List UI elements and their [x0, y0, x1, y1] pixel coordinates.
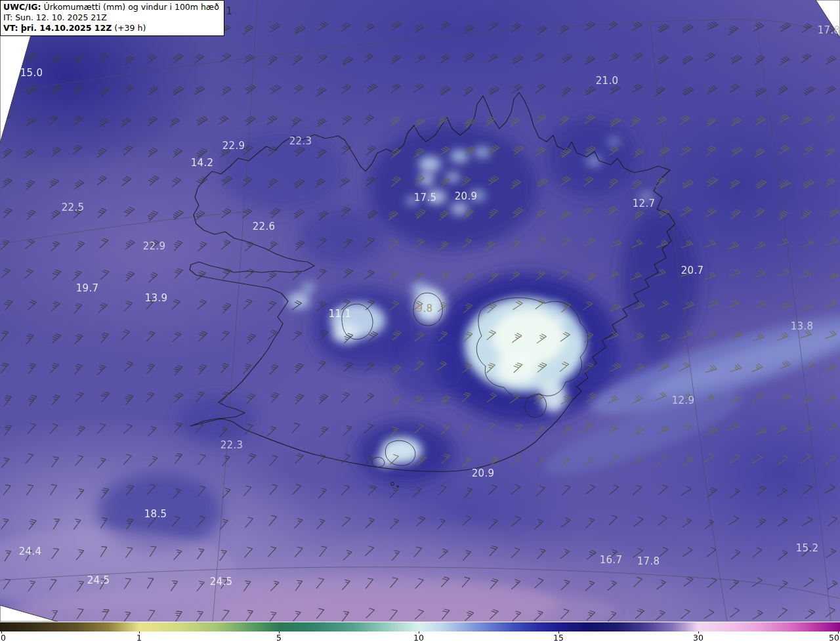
valid-time-offset: (+39 h): [112, 23, 146, 33]
value-label: 15.0: [20, 67, 43, 79]
value-label: 17.8: [818, 24, 840, 36]
value-label: 13.8: [791, 320, 814, 332]
value-label: 24.4: [19, 546, 42, 557]
value-label: 22.6: [253, 221, 276, 232]
weather-forecast-screenshot: 16.117.815.021.022.922.314.217.520.912.7…: [0, 0, 840, 642]
value-label: 20.9: [455, 190, 478, 202]
value-label: 11.1: [329, 308, 352, 320]
value-label: 19.7: [76, 282, 99, 294]
value-label: 17.5: [414, 192, 437, 203]
precipitation-wind-map: 16.117.815.021.022.922.314.217.520.912.7…: [0, 0, 840, 622]
colorbar-tick-label: 0: [1, 633, 6, 642]
colorbar-tick-label: 1: [136, 633, 142, 642]
value-label: 13.9: [145, 292, 168, 304]
value-label: 22.3: [220, 439, 243, 451]
colorbar: 01510153050: [0, 622, 840, 642]
value-label: 20.7: [681, 265, 704, 276]
colorbar-tick-label: 10: [413, 633, 424, 642]
value-label: 15.2: [796, 542, 819, 554]
value-label: 18.5: [144, 508, 167, 520]
value-label: 22.9: [143, 240, 166, 252]
colorbar-tick-label: 15: [553, 633, 564, 642]
value-label: 14.2: [191, 157, 214, 169]
value-label: 22.3: [289, 135, 312, 147]
valid-time: VT: þri. 14.10.2025 12Z: [3, 23, 112, 33]
value-label: 20.9: [472, 467, 495, 479]
colorbar-tick-label: 30: [693, 633, 704, 642]
value-label: 12.7: [633, 198, 656, 209]
colorbar-tick-label: 50: [829, 633, 839, 642]
forecast-title-box: UWC/IG: Úrkomumætti (mm) og vindur i 100…: [0, 0, 224, 36]
init-time-line: IT: Sun. 12. 10. 2025 21Z: [3, 12, 219, 23]
value-label: 22.9: [222, 140, 245, 152]
value-label: 12.9: [672, 395, 695, 406]
colorbar-tick-label: 5: [276, 633, 282, 642]
product-line: UWC/IG: Úrkomumætti (mm) og vindur i 100…: [3, 2, 219, 12]
value-label: 16.7: [600, 554, 623, 566]
value-label: 9.8: [417, 303, 433, 314]
value-label: 24.5: [210, 576, 233, 588]
value-label-layer: 16.117.815.021.022.922.314.217.520.912.7…: [0, 0, 840, 622]
value-label: 24.5: [87, 574, 110, 586]
colorbar-gradient: [0, 622, 840, 631]
product-label: UWC/IG:: [3, 2, 41, 12]
value-label: 17.8: [637, 555, 660, 567]
value-label: 21.0: [596, 75, 619, 87]
product-title: Úrkomumætti (mm) og vindur i 100m hæð: [41, 2, 219, 12]
valid-time-line: VT: þri. 14.10.2025 12Z (+39 h): [3, 23, 219, 33]
value-label: 22.5: [62, 202, 85, 213]
